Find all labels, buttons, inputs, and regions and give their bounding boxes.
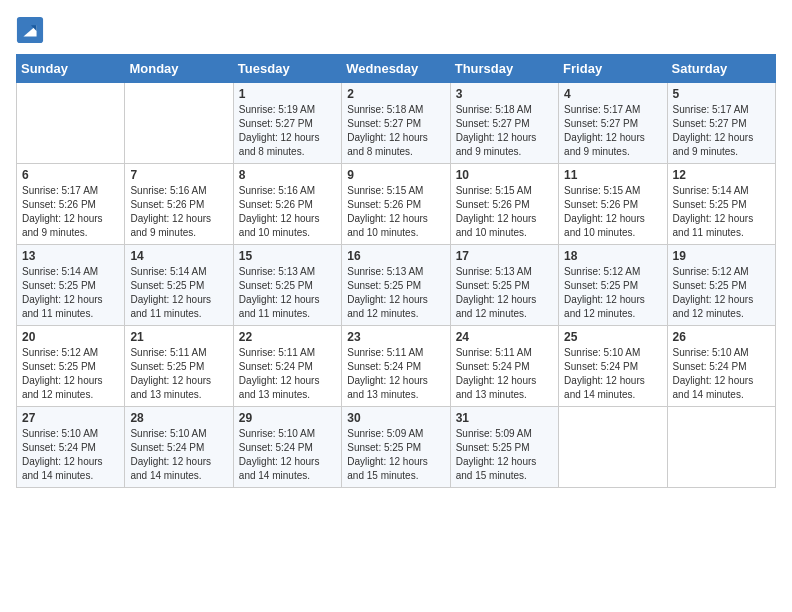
day-sun-info: Sunrise: 5:15 AM Sunset: 5:26 PM Dayligh… [347, 184, 444, 240]
day-number: 16 [347, 249, 444, 263]
day-number: 30 [347, 411, 444, 425]
day-sun-info: Sunrise: 5:13 AM Sunset: 5:25 PM Dayligh… [239, 265, 336, 321]
svg-rect-0 [17, 17, 43, 43]
day-number: 24 [456, 330, 553, 344]
day-number: 17 [456, 249, 553, 263]
day-number: 7 [130, 168, 227, 182]
calendar-cell: 3Sunrise: 5:18 AM Sunset: 5:27 PM Daylig… [450, 83, 558, 164]
day-sun-info: Sunrise: 5:11 AM Sunset: 5:24 PM Dayligh… [239, 346, 336, 402]
day-number: 2 [347, 87, 444, 101]
day-number: 31 [456, 411, 553, 425]
day-sun-info: Sunrise: 5:13 AM Sunset: 5:25 PM Dayligh… [347, 265, 444, 321]
calendar-cell [559, 407, 667, 488]
day-sun-info: Sunrise: 5:11 AM Sunset: 5:24 PM Dayligh… [456, 346, 553, 402]
day-sun-info: Sunrise: 5:12 AM Sunset: 5:25 PM Dayligh… [22, 346, 119, 402]
day-of-week-header: Wednesday [342, 55, 450, 83]
day-number: 6 [22, 168, 119, 182]
day-sun-info: Sunrise: 5:15 AM Sunset: 5:26 PM Dayligh… [456, 184, 553, 240]
calendar-cell: 8Sunrise: 5:16 AM Sunset: 5:26 PM Daylig… [233, 164, 341, 245]
logo-icon [16, 16, 44, 44]
day-number: 15 [239, 249, 336, 263]
day-sun-info: Sunrise: 5:11 AM Sunset: 5:24 PM Dayligh… [347, 346, 444, 402]
day-number: 11 [564, 168, 661, 182]
day-number: 28 [130, 411, 227, 425]
calendar-cell: 26Sunrise: 5:10 AM Sunset: 5:24 PM Dayli… [667, 326, 775, 407]
calendar-cell: 20Sunrise: 5:12 AM Sunset: 5:25 PM Dayli… [17, 326, 125, 407]
day-number: 8 [239, 168, 336, 182]
calendar-cell: 25Sunrise: 5:10 AM Sunset: 5:24 PM Dayli… [559, 326, 667, 407]
day-number: 3 [456, 87, 553, 101]
calendar-week-row: 13Sunrise: 5:14 AM Sunset: 5:25 PM Dayli… [17, 245, 776, 326]
day-number: 23 [347, 330, 444, 344]
day-of-week-header: Saturday [667, 55, 775, 83]
day-sun-info: Sunrise: 5:16 AM Sunset: 5:26 PM Dayligh… [239, 184, 336, 240]
day-number: 26 [673, 330, 770, 344]
day-sun-info: Sunrise: 5:14 AM Sunset: 5:25 PM Dayligh… [673, 184, 770, 240]
calendar-cell: 23Sunrise: 5:11 AM Sunset: 5:24 PM Dayli… [342, 326, 450, 407]
calendar-cell: 19Sunrise: 5:12 AM Sunset: 5:25 PM Dayli… [667, 245, 775, 326]
day-sun-info: Sunrise: 5:17 AM Sunset: 5:27 PM Dayligh… [673, 103, 770, 159]
calendar-cell: 7Sunrise: 5:16 AM Sunset: 5:26 PM Daylig… [125, 164, 233, 245]
day-sun-info: Sunrise: 5:17 AM Sunset: 5:27 PM Dayligh… [564, 103, 661, 159]
day-sun-info: Sunrise: 5:15 AM Sunset: 5:26 PM Dayligh… [564, 184, 661, 240]
day-sun-info: Sunrise: 5:11 AM Sunset: 5:25 PM Dayligh… [130, 346, 227, 402]
day-sun-info: Sunrise: 5:14 AM Sunset: 5:25 PM Dayligh… [22, 265, 119, 321]
day-number: 12 [673, 168, 770, 182]
day-of-week-header: Tuesday [233, 55, 341, 83]
day-sun-info: Sunrise: 5:09 AM Sunset: 5:25 PM Dayligh… [347, 427, 444, 483]
calendar-week-row: 6Sunrise: 5:17 AM Sunset: 5:26 PM Daylig… [17, 164, 776, 245]
day-sun-info: Sunrise: 5:12 AM Sunset: 5:25 PM Dayligh… [564, 265, 661, 321]
day-number: 18 [564, 249, 661, 263]
calendar-cell: 14Sunrise: 5:14 AM Sunset: 5:25 PM Dayli… [125, 245, 233, 326]
day-number: 25 [564, 330, 661, 344]
day-sun-info: Sunrise: 5:10 AM Sunset: 5:24 PM Dayligh… [673, 346, 770, 402]
calendar-cell: 16Sunrise: 5:13 AM Sunset: 5:25 PM Dayli… [342, 245, 450, 326]
day-number: 5 [673, 87, 770, 101]
day-number: 9 [347, 168, 444, 182]
calendar-cell: 27Sunrise: 5:10 AM Sunset: 5:24 PM Dayli… [17, 407, 125, 488]
calendar-cell [17, 83, 125, 164]
day-sun-info: Sunrise: 5:14 AM Sunset: 5:25 PM Dayligh… [130, 265, 227, 321]
calendar-cell: 24Sunrise: 5:11 AM Sunset: 5:24 PM Dayli… [450, 326, 558, 407]
calendar-cell: 18Sunrise: 5:12 AM Sunset: 5:25 PM Dayli… [559, 245, 667, 326]
day-number: 1 [239, 87, 336, 101]
day-of-week-header: Thursday [450, 55, 558, 83]
calendar-cell: 30Sunrise: 5:09 AM Sunset: 5:25 PM Dayli… [342, 407, 450, 488]
day-number: 20 [22, 330, 119, 344]
day-sun-info: Sunrise: 5:12 AM Sunset: 5:25 PM Dayligh… [673, 265, 770, 321]
calendar-cell: 21Sunrise: 5:11 AM Sunset: 5:25 PM Dayli… [125, 326, 233, 407]
day-number: 29 [239, 411, 336, 425]
day-sun-info: Sunrise: 5:16 AM Sunset: 5:26 PM Dayligh… [130, 184, 227, 240]
calendar-table: SundayMondayTuesdayWednesdayThursdayFrid… [16, 54, 776, 488]
calendar-cell: 13Sunrise: 5:14 AM Sunset: 5:25 PM Dayli… [17, 245, 125, 326]
day-sun-info: Sunrise: 5:18 AM Sunset: 5:27 PM Dayligh… [456, 103, 553, 159]
calendar-header-row: SundayMondayTuesdayWednesdayThursdayFrid… [17, 55, 776, 83]
calendar-cell [667, 407, 775, 488]
calendar-cell: 31Sunrise: 5:09 AM Sunset: 5:25 PM Dayli… [450, 407, 558, 488]
calendar-cell: 1Sunrise: 5:19 AM Sunset: 5:27 PM Daylig… [233, 83, 341, 164]
day-sun-info: Sunrise: 5:10 AM Sunset: 5:24 PM Dayligh… [22, 427, 119, 483]
day-of-week-header: Friday [559, 55, 667, 83]
calendar-cell: 2Sunrise: 5:18 AM Sunset: 5:27 PM Daylig… [342, 83, 450, 164]
calendar-cell: 11Sunrise: 5:15 AM Sunset: 5:26 PM Dayli… [559, 164, 667, 245]
day-number: 4 [564, 87, 661, 101]
day-sun-info: Sunrise: 5:10 AM Sunset: 5:24 PM Dayligh… [564, 346, 661, 402]
calendar-week-row: 27Sunrise: 5:10 AM Sunset: 5:24 PM Dayli… [17, 407, 776, 488]
calendar-cell: 28Sunrise: 5:10 AM Sunset: 5:24 PM Dayli… [125, 407, 233, 488]
calendar-cell: 17Sunrise: 5:13 AM Sunset: 5:25 PM Dayli… [450, 245, 558, 326]
day-of-week-header: Monday [125, 55, 233, 83]
logo [16, 16, 48, 44]
day-sun-info: Sunrise: 5:19 AM Sunset: 5:27 PM Dayligh… [239, 103, 336, 159]
day-sun-info: Sunrise: 5:10 AM Sunset: 5:24 PM Dayligh… [130, 427, 227, 483]
day-number: 13 [22, 249, 119, 263]
day-number: 27 [22, 411, 119, 425]
day-number: 10 [456, 168, 553, 182]
day-number: 22 [239, 330, 336, 344]
day-number: 19 [673, 249, 770, 263]
day-of-week-header: Sunday [17, 55, 125, 83]
calendar-cell: 12Sunrise: 5:14 AM Sunset: 5:25 PM Dayli… [667, 164, 775, 245]
day-number: 21 [130, 330, 227, 344]
calendar-week-row: 20Sunrise: 5:12 AM Sunset: 5:25 PM Dayli… [17, 326, 776, 407]
calendar-cell: 15Sunrise: 5:13 AM Sunset: 5:25 PM Dayli… [233, 245, 341, 326]
day-sun-info: Sunrise: 5:13 AM Sunset: 5:25 PM Dayligh… [456, 265, 553, 321]
